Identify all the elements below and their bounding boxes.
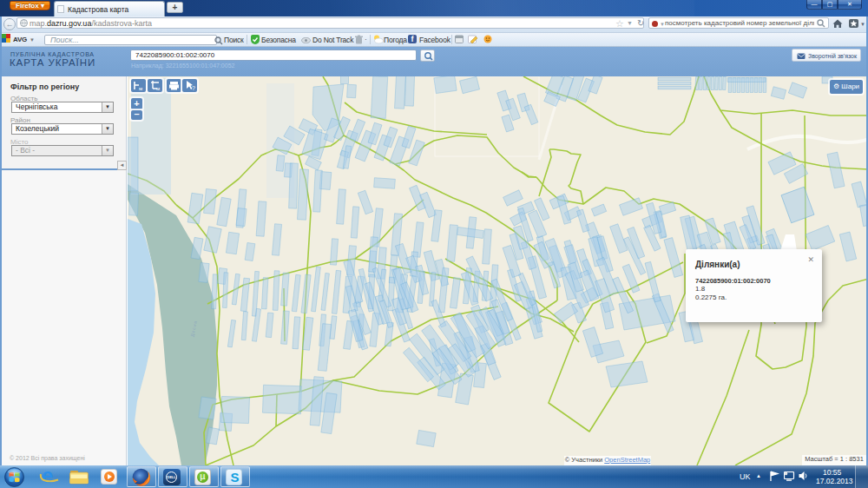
svg-text:м: м	[156, 86, 160, 91]
svg-text:м: м	[139, 86, 142, 91]
svg-text:?: ?	[192, 85, 195, 91]
svg-text:e: e	[42, 465, 53, 487]
